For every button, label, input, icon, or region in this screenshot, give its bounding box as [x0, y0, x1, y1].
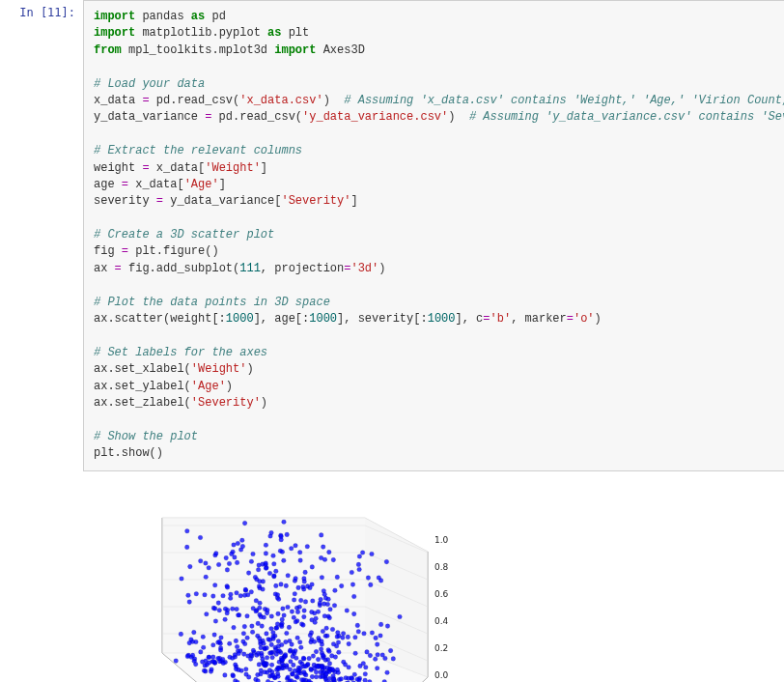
svg-point-49 — [320, 575, 324, 580]
svg-point-588 — [251, 552, 256, 556]
svg-point-154 — [298, 557, 303, 562]
svg-point-494 — [356, 629, 361, 634]
svg-point-431 — [253, 575, 258, 580]
svg-point-563 — [207, 655, 211, 660]
svg-point-515 — [331, 673, 336, 678]
svg-point-696 — [275, 621, 280, 626]
svg-point-527 — [391, 656, 396, 661]
svg-point-624 — [185, 654, 190, 659]
svg-point-447 — [281, 606, 286, 611]
svg-point-289 — [241, 651, 246, 656]
svg-point-705 — [217, 639, 222, 644]
svg-point-349 — [276, 639, 281, 643]
svg-point-310 — [225, 567, 230, 572]
svg-point-542 — [212, 606, 217, 611]
svg-point-598 — [269, 626, 274, 631]
svg-point-637 — [298, 666, 303, 670]
svg-point-605 — [297, 639, 302, 644]
svg-point-516 — [374, 636, 378, 640]
code-block[interactable]: import pandas as pd import matplotlib.py… — [94, 9, 784, 463]
svg-point-171 — [335, 634, 340, 639]
svg-point-468 — [244, 667, 249, 671]
svg-point-717 — [298, 598, 303, 603]
svg-point-643 — [249, 559, 254, 564]
svg-point-562 — [244, 671, 249, 676]
svg-point-491 — [264, 565, 268, 570]
svg-point-288 — [227, 641, 232, 646]
svg-point-551 — [284, 639, 289, 644]
svg-point-719 — [257, 662, 262, 667]
svg-point-686 — [302, 669, 307, 674]
svg-point-334 — [288, 647, 293, 652]
svg-point-53 — [375, 666, 379, 670]
svg-point-231 — [216, 562, 221, 567]
svg-point-465 — [276, 597, 281, 602]
svg-point-573 — [256, 678, 261, 682]
svg-point-584 — [187, 640, 192, 645]
code-input-area[interactable]: import pandas as pd import matplotlib.py… — [83, 0, 784, 471]
svg-point-415 — [230, 552, 235, 556]
svg-point-240 — [299, 645, 304, 650]
svg-point-202 — [232, 542, 237, 547]
svg-point-433 — [250, 630, 255, 635]
svg-point-359 — [333, 654, 338, 659]
svg-point-487 — [373, 657, 378, 662]
svg-point-55 — [271, 554, 276, 558]
svg-point-721 — [322, 557, 327, 562]
svg-point-218 — [398, 614, 403, 619]
svg-point-390 — [327, 615, 332, 620]
svg-point-410 — [280, 642, 285, 647]
svg-point-110 — [260, 623, 265, 628]
svg-point-590 — [288, 639, 293, 643]
svg-point-56 — [295, 636, 300, 640]
svg-point-328 — [347, 641, 351, 646]
svg-point-321 — [297, 550, 302, 554]
svg-point-369 — [265, 655, 269, 660]
svg-point-352 — [294, 619, 298, 624]
svg-point-517 — [242, 521, 247, 526]
svg-point-400 — [243, 587, 248, 592]
svg-point-234 — [194, 639, 199, 644]
svg-point-690 — [250, 623, 255, 628]
svg-point-630 — [223, 607, 228, 611]
svg-point-546 — [280, 550, 285, 554]
svg-point-93 — [199, 649, 204, 654]
svg-point-581 — [241, 631, 246, 636]
svg-point-674 — [309, 639, 314, 644]
svg-point-319 — [236, 541, 240, 546]
svg-point-39 — [302, 614, 307, 619]
svg-point-695 — [324, 671, 329, 676]
svg-point-196 — [219, 635, 224, 639]
svg-point-402 — [339, 583, 344, 588]
svg-point-535 — [276, 674, 281, 679]
svg-point-245 — [227, 561, 232, 566]
svg-point-691 — [265, 631, 269, 636]
svg-point-585 — [336, 639, 341, 644]
svg-point-256 — [318, 601, 322, 606]
svg-point-135 — [292, 615, 296, 620]
svg-point-540 — [343, 662, 348, 667]
svg-point-296 — [351, 611, 356, 616]
svg-point-367 — [260, 653, 265, 658]
svg-point-639 — [267, 668, 272, 672]
svg-point-500 — [198, 558, 203, 563]
svg-point-340 — [311, 653, 316, 658]
svg-point-262 — [357, 567, 362, 572]
svg-point-145 — [211, 654, 216, 659]
svg-point-470 — [286, 605, 291, 610]
svg-point-151 — [223, 672, 228, 677]
svg-point-312 — [190, 653, 195, 658]
output-area: 0.0 0.2 0.4 0.6 0.8 1.0 0 5 10 15 20 25 … — [83, 481, 784, 682]
svg-point-190 — [296, 585, 301, 590]
svg-point-474 — [236, 612, 240, 617]
svg-point-420 — [388, 648, 393, 653]
svg-point-401 — [352, 672, 357, 677]
svg-point-700 — [271, 672, 276, 677]
svg-point-484 — [358, 664, 363, 668]
svg-point-230 — [180, 576, 184, 581]
svg-point-413 — [242, 624, 247, 629]
svg-point-462 — [223, 617, 228, 622]
svg-point-408 — [246, 570, 251, 575]
svg-point-689 — [269, 663, 274, 668]
notebook-input-cell: In [11]: import pandas as pd import matp… — [0, 0, 784, 471]
